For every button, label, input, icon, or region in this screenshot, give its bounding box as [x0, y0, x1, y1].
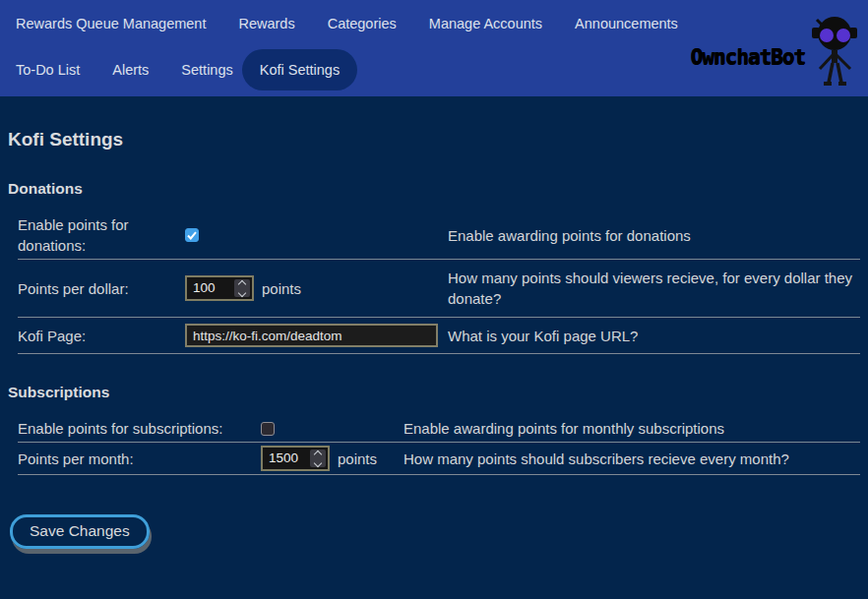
enable-donations-checkbox[interactable] — [185, 228, 199, 242]
nav-row-secondary: To-Do List Alerts Settings Kofi Settings — [16, 47, 357, 92]
robot-mascot-icon — [807, 12, 862, 89]
checkmark-icon — [187, 231, 197, 240]
points-suffix-label: points — [338, 450, 377, 467]
kofi-page-input[interactable] — [185, 324, 438, 347]
nav-item-categories[interactable]: Categories — [328, 13, 397, 34]
subscriptions-settings-table: Enable points for subscriptions: Enable … — [18, 415, 860, 475]
section-title-subscriptions: Subscriptions — [8, 384, 860, 401]
points-per-dollar-input[interactable]: 100 — [185, 275, 254, 301]
settings-row-points-per-dollar: Points per dollar: 100 points How many p… — [18, 260, 860, 318]
nav-item-rewards[interactable]: Rewards — [238, 13, 294, 34]
field-description: What is your Kofi page URL? — [448, 326, 860, 346]
field-description: How many points should subscribers recie… — [403, 449, 860, 469]
settings-row-enable-subscriptions: Enable points for subscriptions: Enable … — [18, 415, 860, 443]
ownchatbot-logo: OwnchatBot — [691, 0, 862, 96]
field-label: Enable points for donations: — [18, 214, 185, 256]
enable-subscriptions-checkbox[interactable] — [261, 422, 275, 436]
field-description: How many points should viewers recieve, … — [448, 268, 860, 309]
settings-row-kofi-page: Kofi Page: What is your Kofi page URL? — [18, 318, 860, 354]
donations-settings-table: Enable points for donations: Enable awar… — [18, 211, 860, 354]
nav-item-settings[interactable]: Settings — [181, 62, 232, 78]
nav-item-rewards-queue-management[interactable]: Rewards Queue Management — [16, 13, 206, 34]
tab-kofi-settings[interactable]: Kofi Settings — [242, 49, 357, 90]
number-spinner[interactable] — [310, 449, 326, 467]
field-description: Enable awarding points for donations — [448, 225, 860, 246]
main-content: Kofi Settings Donations Enable points fo… — [0, 129, 868, 549]
nav-item-alerts[interactable]: Alerts — [112, 62, 149, 78]
nav-item-announcements[interactable]: Announcements — [575, 13, 678, 34]
nav-item-manage-accounts[interactable]: Manage Accounts — [429, 13, 542, 34]
number-value: 1500 — [263, 448, 308, 469]
top-navigation: Rewards Queue Management Rewards Categor… — [0, 0, 868, 96]
field-label: Points per month: — [18, 449, 261, 469]
page-title: Kofi Settings — [8, 129, 860, 150]
settings-row-points-per-month: Points per month: 1500 points How many p… — [18, 443, 860, 475]
nav-row-primary: Rewards Queue Management Rewards Categor… — [16, 13, 678, 34]
settings-row-enable-donations: Enable points for donations: Enable awar… — [18, 211, 860, 260]
spinner-up-icon[interactable] — [314, 449, 322, 457]
spinner-down-icon[interactable] — [238, 288, 246, 296]
nav-item-todo-list[interactable]: To-Do List — [16, 62, 80, 78]
section-title-donations: Donations — [8, 180, 860, 198]
logo-wordmark: OwnchatBot — [691, 45, 805, 69]
field-label: Kofi Page: — [18, 326, 185, 346]
number-value: 100 — [187, 277, 232, 299]
field-description: Enable awarding points for monthly subsc… — [403, 418, 860, 439]
field-label: Enable points for subscriptions: — [18, 418, 261, 439]
field-label: Points per dollar: — [18, 278, 185, 299]
save-changes-button[interactable]: Save Changes — [10, 514, 150, 549]
points-suffix-label: points — [262, 280, 301, 297]
spinner-down-icon[interactable] — [314, 458, 322, 466]
spinner-up-icon[interactable] — [238, 279, 246, 287]
points-per-month-input[interactable]: 1500 — [261, 446, 330, 471]
number-spinner[interactable] — [234, 279, 250, 297]
